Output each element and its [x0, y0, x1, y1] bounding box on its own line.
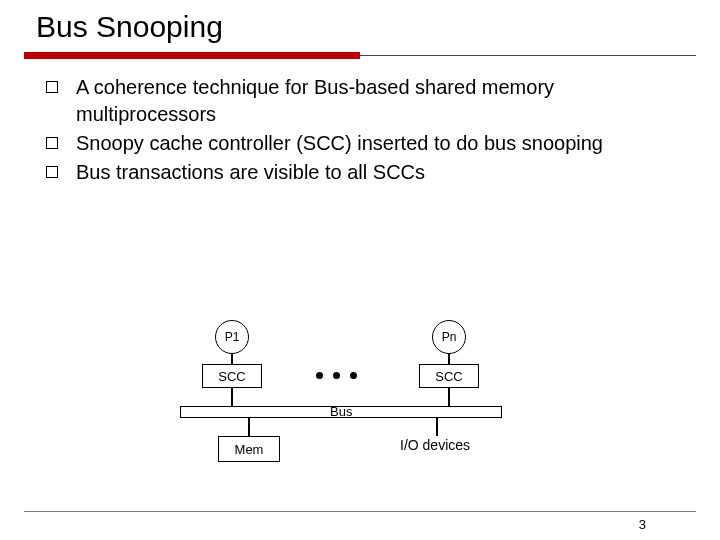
square-bullet-icon [46, 166, 58, 178]
bullet-item: Bus transactions are visible to all SCCs [46, 159, 686, 186]
memory-box: Mem [218, 436, 280, 462]
scc-label: SCC [218, 369, 245, 384]
bus-label: Bus [330, 404, 352, 419]
square-bullet-icon [46, 81, 58, 93]
connector-line [448, 354, 450, 364]
bullet-list: A coherence technique for Bus-based shar… [24, 74, 696, 186]
connector-line [231, 354, 233, 364]
connector-line [248, 418, 250, 436]
scc-box-left: SCC [202, 364, 262, 388]
scc-label: SCC [435, 369, 462, 384]
title-underline [24, 52, 696, 60]
page-number: 3 [639, 517, 646, 532]
slide: Bus Snooping A coherence technique for B… [0, 0, 720, 540]
scc-box-right: SCC [419, 364, 479, 388]
bullet-text: Bus transactions are visible to all SCCs [76, 159, 686, 186]
bullet-text: Snoopy cache controller (SCC) inserted t… [76, 130, 686, 157]
ellipsis-dots [311, 372, 362, 379]
bullet-item: Snoopy cache controller (SCC) inserted t… [46, 130, 686, 157]
connector-line [436, 418, 438, 436]
processor-node-right: Pn [432, 320, 466, 354]
connector-line [231, 388, 233, 406]
processor-node-left: P1 [215, 320, 249, 354]
memory-label: Mem [235, 442, 264, 457]
slide-title: Bus Snooping [24, 10, 696, 50]
square-bullet-icon [46, 137, 58, 149]
bullet-item: A coherence technique for Bus-based shar… [46, 74, 686, 128]
footer-rule [24, 511, 696, 512]
title-underline-red [24, 52, 360, 59]
processor-label: P1 [225, 330, 240, 344]
connector-line [448, 388, 450, 406]
bullet-text: A coherence technique for Bus-based shar… [76, 74, 686, 128]
io-devices-label: I/O devices [400, 437, 470, 453]
processor-label: Pn [442, 330, 457, 344]
